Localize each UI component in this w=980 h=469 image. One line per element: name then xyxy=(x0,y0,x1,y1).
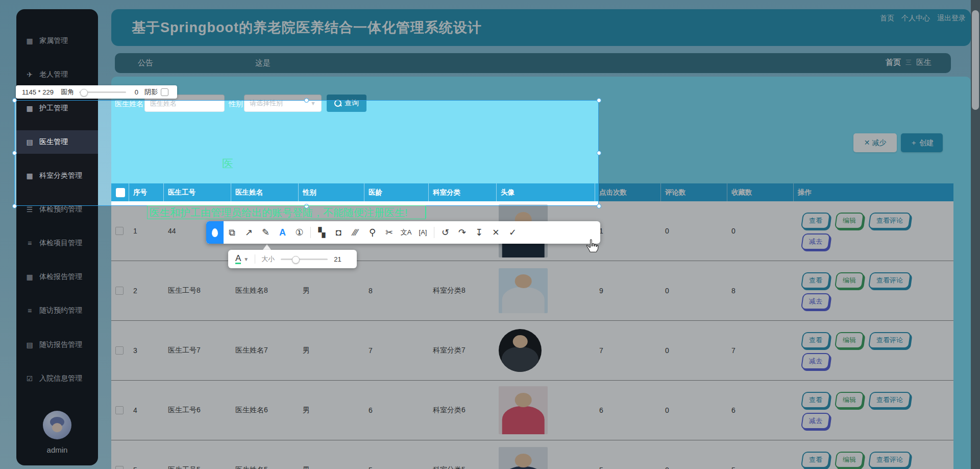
scrollbar-thumb[interactable] xyxy=(972,10,979,110)
gender-select[interactable]: 请选择性别 ▼ xyxy=(244,95,322,112)
font-size-slider-thumb[interactable] xyxy=(292,256,300,264)
download-tool-icon[interactable]: ↧ xyxy=(471,221,487,244)
top-nav-link-1[interactable]: 个人中心 xyxy=(901,14,930,23)
font-size-slider[interactable] xyxy=(281,259,328,260)
pin-tool-icon[interactable]: ⚲ xyxy=(364,221,381,244)
minus-button[interactable]: 减去 xyxy=(801,293,830,310)
shadow-checkbox[interactable] xyxy=(161,88,168,96)
cmt-button[interactable]: 查看评论 xyxy=(868,392,911,408)
table-row-4: 4医生工号6医生姓名6男6科室分类6606查看编辑查看评论减去 xyxy=(111,381,953,440)
cancel-tool-icon[interactable]: × xyxy=(487,221,504,244)
confirm-tool-icon[interactable]: ✓ xyxy=(504,221,521,244)
selection-handle-3[interactable] xyxy=(12,151,17,155)
cell-gender: 男 xyxy=(299,381,364,440)
page-scrollbar[interactable] xyxy=(971,0,980,469)
toolbar-drag-handle[interactable] xyxy=(206,221,224,244)
row-checkbox[interactable] xyxy=(115,287,124,295)
top-nav-link-2[interactable]: 退出登录 xyxy=(937,14,966,23)
cmt-button[interactable]: 查看评论 xyxy=(868,452,911,468)
row-checkbox[interactable] xyxy=(115,466,124,469)
corner-radius-slider-thumb[interactable] xyxy=(80,89,88,97)
sidebar-item-6[interactable]: ≡体检项目管理 xyxy=(16,231,98,255)
undo-tool-icon[interactable]: ↺ xyxy=(437,221,454,244)
search-button[interactable]: 查询 xyxy=(327,95,366,112)
sidebar-item-7[interactable]: ▦体检报告管理 xyxy=(16,265,98,289)
edit-button[interactable]: 编辑 xyxy=(835,452,864,468)
sidebar-item-4[interactable]: ▦科室分类管理 xyxy=(16,164,98,187)
minus-button[interactable]: 减去 xyxy=(801,233,830,250)
cell-job: 医生工号5 xyxy=(164,440,231,469)
reduce-button[interactable]: ✕ 减少 xyxy=(853,133,897,152)
font-color-button[interactable]: A xyxy=(235,254,241,264)
search-icon xyxy=(334,100,341,107)
arrow-tool-icon[interactable]: ↗ xyxy=(240,221,257,244)
cell-age: 8 xyxy=(364,261,429,320)
doctor-avatar xyxy=(499,329,542,372)
top-nav-link-0[interactable]: 首页 xyxy=(880,14,894,23)
minus-button[interactable]: 减去 xyxy=(801,413,830,429)
edit-button[interactable]: 编辑 xyxy=(835,392,864,408)
selection-handle-7[interactable] xyxy=(597,204,601,208)
cell-no: 2 xyxy=(129,261,164,320)
view-button[interactable]: 查看 xyxy=(801,332,830,348)
cell-no: 4 xyxy=(129,381,164,440)
cell-actions: 查看编辑查看评论减去 xyxy=(794,201,953,261)
minus-button[interactable]: 减去 xyxy=(801,353,830,369)
cell-avatar xyxy=(497,440,595,469)
select-all-checkbox[interactable] xyxy=(116,188,125,197)
selection-handle-4[interactable] xyxy=(597,151,601,155)
sidebar-item-10[interactable]: ☑入院信息管理 xyxy=(16,367,98,390)
sidebar-item-0[interactable]: ▦家属管理 xyxy=(16,29,98,53)
cmt-button[interactable]: 查看评论 xyxy=(868,272,911,289)
sidebar-item-2[interactable]: ▦护工管理 xyxy=(16,97,98,120)
blur-tool-icon[interactable]: ◘ xyxy=(330,221,347,244)
selection-handle-2[interactable] xyxy=(597,98,601,103)
shape-tool-icon[interactable]: ⧉ xyxy=(224,221,240,244)
redo-tool-icon[interactable]: ↷ xyxy=(454,221,471,244)
corner-radius-slider[interactable] xyxy=(79,91,126,93)
column-header-9: 评论数 xyxy=(661,183,727,201)
cell-job: 医生工号7 xyxy=(164,321,231,380)
cell-favs: 6 xyxy=(727,381,794,440)
sidebar-item-8[interactable]: ≡随访预约管理 xyxy=(16,299,98,322)
ocr-tool-icon[interactable]: [A] xyxy=(414,221,431,244)
selection-handle-0[interactable] xyxy=(12,98,17,103)
mosaic-tool-icon[interactable]: ▚ xyxy=(313,221,330,244)
selection-handle-1[interactable] xyxy=(304,98,309,103)
selection-handle-5[interactable] xyxy=(12,204,17,208)
annotation-text-box[interactable]: 医生和护工由管理员给出的账号登陆，不能随便注册医生! xyxy=(147,205,426,219)
cell-gender: 男 xyxy=(299,321,364,380)
view-button[interactable]: 查看 xyxy=(801,392,830,408)
create-button[interactable]: ＋ 创建 xyxy=(901,133,943,152)
monitor-icon: ▤ xyxy=(24,138,35,146)
cell-favs: 7 xyxy=(727,321,794,380)
view-button[interactable]: 查看 xyxy=(801,452,830,468)
view-button[interactable]: 查看 xyxy=(801,272,830,289)
cmt-button[interactable]: 查看评论 xyxy=(868,332,911,348)
cmt-button[interactable]: 查看评论 xyxy=(868,213,911,229)
edit-button[interactable]: 编辑 xyxy=(835,332,864,348)
sidebar-item-9[interactable]: ▤随访报告管理 xyxy=(16,333,98,357)
row-checkbox[interactable] xyxy=(115,406,124,414)
user-avatar[interactable] xyxy=(43,411,71,439)
sidebar-item-3[interactable]: ▤医生管理 xyxy=(16,130,98,154)
toolbar-icons: ⧉↗✎A①▚◘∕∕∕⚲✂文A[A]↺↷↧×✓ xyxy=(224,221,521,244)
view-button[interactable]: 查看 xyxy=(801,213,830,229)
row-checkbox[interactable] xyxy=(115,346,124,355)
step-number-tool-icon[interactable]: ① xyxy=(291,221,308,244)
hatch-tool-icon[interactable]: ∕∕∕ xyxy=(347,221,364,244)
text-tool-icon[interactable]: A xyxy=(274,221,291,244)
edit-button[interactable]: 编辑 xyxy=(835,272,864,289)
row-checkbox[interactable] xyxy=(115,227,124,235)
chevron-down-icon[interactable]: ▼ xyxy=(243,256,249,262)
sidebar-item-5[interactable]: ☰体检预约管理 xyxy=(16,198,98,221)
translate-tool-icon[interactable]: 文A xyxy=(398,221,414,244)
crop-ocr-tool-icon[interactable]: ✂ xyxy=(381,221,398,244)
notice-text: 这是 xyxy=(255,58,271,68)
breadcrumb-home[interactable]: 首页 xyxy=(886,58,901,67)
pen-tool-icon[interactable]: ✎ xyxy=(257,221,274,244)
notice-label: 公告 xyxy=(138,58,153,68)
sidebar-item-1[interactable]: ✈老人管理 xyxy=(16,63,98,86)
edit-button[interactable]: 编辑 xyxy=(835,213,864,229)
cell-name: 医生姓名7 xyxy=(231,321,299,380)
